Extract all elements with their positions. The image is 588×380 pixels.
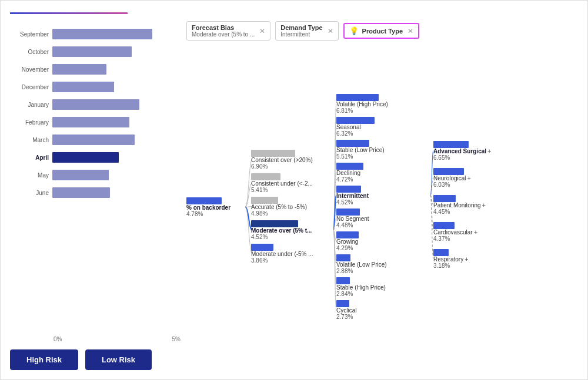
node-value: 4.98%	[251, 210, 336, 217]
button-row: High RiskLow Risk	[10, 349, 181, 370]
node-value: 4.52%	[251, 234, 336, 240]
node-value: 5.51%	[336, 153, 433, 160]
node-bar	[336, 231, 359, 238]
bar-chart: September October November December Janu…	[10, 26, 181, 334]
tree-node-col2: Cyclical 2.73%	[336, 300, 433, 320]
node-bar	[336, 209, 360, 216]
node-value: 4.52%	[336, 199, 433, 206]
bar-row: September	[12, 26, 181, 42]
tree-node-col3: Advanced Surgical 6.65% +	[433, 141, 536, 161]
bar-track	[52, 82, 181, 92]
tree-node-col3: Respiratory 3.18% +	[433, 249, 536, 269]
node-bar	[433, 141, 469, 148]
chip-label: Demand Type Intermittent	[280, 24, 322, 38]
bar-row: October	[12, 43, 181, 60]
node-label: Neurological	[433, 175, 466, 181]
node-label: Volatile (High Price)	[336, 101, 433, 107]
low-risk-button[interactable]: Low Risk	[85, 349, 152, 370]
content-area: September October November December Janu…	[10, 21, 578, 370]
bar-row: March	[12, 132, 181, 148]
node-bar	[336, 277, 350, 284]
bar-fill	[52, 170, 109, 180]
tree-node-col2: Stable (High Price) 2.84%	[336, 277, 433, 297]
node-value: 6.81%	[336, 107, 433, 114]
bar-label: January	[12, 102, 52, 108]
expand-icon[interactable]: +	[467, 174, 471, 181]
tree-node-col3: Cardiovascular 4.37% +	[433, 222, 536, 242]
node-label: Stable (Low Price)	[336, 147, 433, 153]
bar-track	[52, 152, 181, 163]
node-bar	[336, 300, 349, 307]
tree-node-col2: Volatile (Low Price) 2.88%	[336, 254, 433, 274]
filter-chip[interactable]: Demand Type Intermittent ✕	[275, 21, 338, 41]
node-label: Cyclical	[336, 307, 433, 314]
expand-icon[interactable]: +	[465, 255, 468, 263]
bar-fill	[52, 187, 110, 198]
chip-close[interactable]: ✕	[407, 27, 413, 35]
node-bar	[336, 140, 369, 147]
node-value: 2.84%	[336, 291, 433, 297]
expand-icon[interactable]: +	[482, 201, 486, 209]
node-value: 3.86%	[251, 257, 336, 264]
bar-fill	[52, 46, 132, 57]
chart-inner: September October November December Janu…	[12, 26, 181, 334]
node-label: No Segment	[336, 216, 433, 222]
bar-track	[52, 64, 181, 75]
tree-col-root: % on backorder 4.78%	[186, 46, 251, 370]
chip-sub: Intermittent	[280, 31, 322, 38]
node-label: Advanced Surgical	[433, 148, 486, 154]
filter-chip[interactable]: Forecast Bias Moderate over (5% to ... ✕	[186, 21, 270, 41]
node-value: 2.88%	[336, 268, 433, 274]
chip-close[interactable]: ✕	[328, 27, 333, 35]
node-label: Declining	[336, 170, 433, 176]
node-bar	[336, 163, 363, 170]
tree-node-col1: Accurate (5% to -5%) 4.98%	[251, 197, 336, 217]
node-bar	[336, 186, 361, 193]
tree-col-2: Volatile (High Price) 6.81% Seasonal 6.3…	[336, 46, 433, 370]
right-panel: Forecast Bias Moderate over (5% to ... ✕…	[181, 21, 578, 370]
node-value: 3.18%	[433, 263, 463, 269]
filter-chip[interactable]: 💡 Product Type ✕	[343, 23, 419, 39]
node-value: 2.73%	[336, 314, 433, 320]
bar-track	[52, 117, 181, 127]
tree-node-col2: Declining 4.72%	[336, 163, 433, 183]
node-bar	[433, 195, 456, 202]
chip-label: Product Type	[362, 28, 403, 35]
bar-row: June	[12, 184, 181, 201]
tree-col-3: Advanced Surgical 6.65% + Neurological 6…	[433, 46, 536, 370]
node-label: Stable (High Price)	[336, 284, 433, 291]
bar-fill	[52, 152, 119, 163]
node-value: 4.72%	[336, 176, 433, 183]
node-value: 6.65%	[433, 154, 486, 161]
bar-label: March	[12, 137, 52, 143]
chip-title: Forecast Bias	[192, 24, 255, 31]
node-label: Growing	[336, 238, 433, 245]
bar-row: November	[12, 61, 181, 78]
bar-track	[52, 29, 181, 39]
node-label: Patient Monitoring	[433, 202, 481, 209]
tree-area: % on backorder 4.78% Consistent over (>2…	[186, 46, 578, 370]
node-bar	[251, 150, 295, 157]
tree-root-node: % on backorder 4.78%	[186, 197, 251, 217]
bar-label: September	[12, 31, 52, 38]
bar-label: February	[12, 119, 52, 126]
title-underline	[10, 12, 128, 14]
bar-label: June	[12, 190, 52, 196]
bar-track	[52, 46, 181, 57]
tree-node-col2: No Segment 4.48%	[336, 209, 433, 228]
expand-icon[interactable]: +	[474, 228, 477, 236]
node-value: 4.37%	[433, 236, 473, 242]
chip-close[interactable]: ✕	[259, 27, 265, 35]
node-bar	[251, 244, 273, 251]
high-risk-button[interactable]: High Risk	[10, 349, 78, 370]
tree-node-col2: Growing 4.29%	[336, 231, 433, 251]
bar-track	[52, 99, 181, 110]
tree-col-1: Consistent over (>20%) 6.90% Consistent …	[251, 46, 336, 370]
node-value: 6.32%	[336, 130, 433, 137]
expand-icon[interactable]: +	[487, 147, 491, 154]
chip-label: Forecast Bias Moderate over (5% to ...	[192, 24, 255, 38]
node-bar	[433, 249, 449, 256]
bar-label: December	[12, 84, 52, 90]
node-value: 6.03%	[433, 181, 466, 188]
node-label: % on backorder	[186, 204, 251, 211]
